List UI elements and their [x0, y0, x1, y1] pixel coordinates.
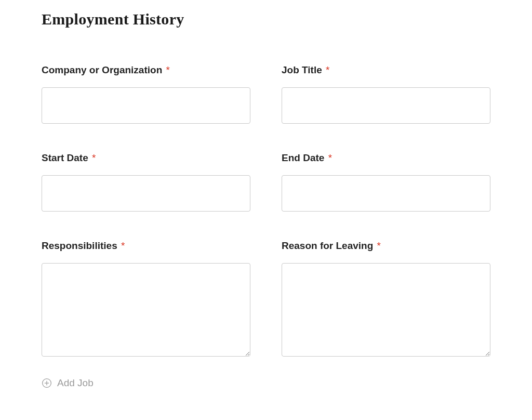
start-date-label-text: Start Date [42, 152, 88, 163]
add-job-label: Add Job [57, 377, 94, 389]
required-mark: * [326, 64, 329, 75]
section-title: Employment History [42, 10, 490, 28]
required-mark: * [166, 64, 170, 75]
start-date-input[interactable] [42, 175, 250, 212]
job-title-field: Job Title * [282, 64, 490, 124]
required-mark: * [121, 240, 125, 251]
start-date-label: Start Date * [42, 152, 250, 164]
start-date-field: Start Date * [42, 152, 250, 212]
end-date-field: End Date * [282, 152, 490, 212]
form-grid: Company or Organization * Job Title * St… [42, 64, 490, 357]
end-date-input[interactable] [282, 175, 490, 212]
reason-leaving-field: Reason for Leaving * [282, 240, 490, 357]
reason-leaving-label-text: Reason for Leaving [282, 240, 373, 251]
end-date-label: End Date * [282, 152, 490, 164]
reason-leaving-input[interactable] [282, 263, 490, 357]
job-title-label: Job Title * [282, 64, 490, 76]
plus-circle-icon [42, 378, 52, 388]
responsibilities-input[interactable] [42, 263, 250, 357]
reason-leaving-label: Reason for Leaving * [282, 240, 490, 252]
required-mark: * [92, 152, 96, 163]
company-input[interactable] [42, 87, 250, 124]
job-title-input[interactable] [282, 87, 490, 124]
company-field: Company or Organization * [42, 64, 250, 124]
responsibilities-label: Responsibilities * [42, 240, 250, 252]
company-label: Company or Organization * [42, 64, 250, 76]
responsibilities-field: Responsibilities * [42, 240, 250, 357]
company-label-text: Company or Organization [42, 64, 162, 75]
end-date-label-text: End Date [282, 152, 324, 163]
required-mark: * [328, 152, 332, 163]
responsibilities-label-text: Responsibilities [42, 240, 117, 251]
add-job-button[interactable]: Add Job [42, 377, 94, 389]
required-mark: * [377, 240, 381, 251]
job-title-label-text: Job Title [282, 64, 322, 75]
